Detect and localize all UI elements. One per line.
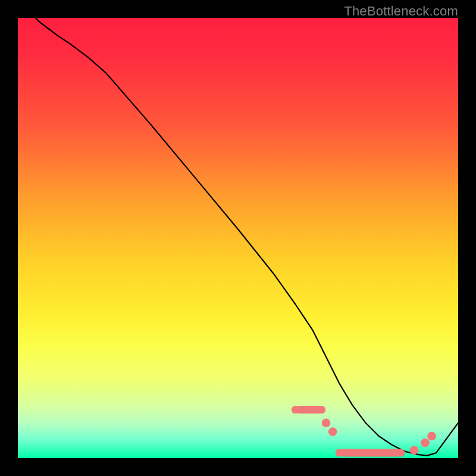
plot-area [18, 18, 458, 458]
svg-point-0 [292, 406, 299, 414]
bottleneck-curve-line [36, 18, 458, 456]
marker-dot [322, 419, 331, 428]
chart-svg [18, 18, 458, 458]
marker-dot [328, 427, 337, 436]
marker-dot [421, 439, 430, 447]
marker-dot [410, 446, 419, 455]
svg-point-1 [318, 406, 325, 414]
marker-dot [427, 432, 436, 441]
chart-frame: TheBottleneck.com [0, 0, 476, 476]
svg-point-2 [336, 449, 343, 457]
svg-point-3 [397, 449, 405, 457]
marker-bar [295, 406, 321, 414]
marker-bar [339, 449, 401, 457]
attribution-text: TheBottleneck.com [344, 4, 458, 19]
highlight-markers [292, 406, 436, 457]
